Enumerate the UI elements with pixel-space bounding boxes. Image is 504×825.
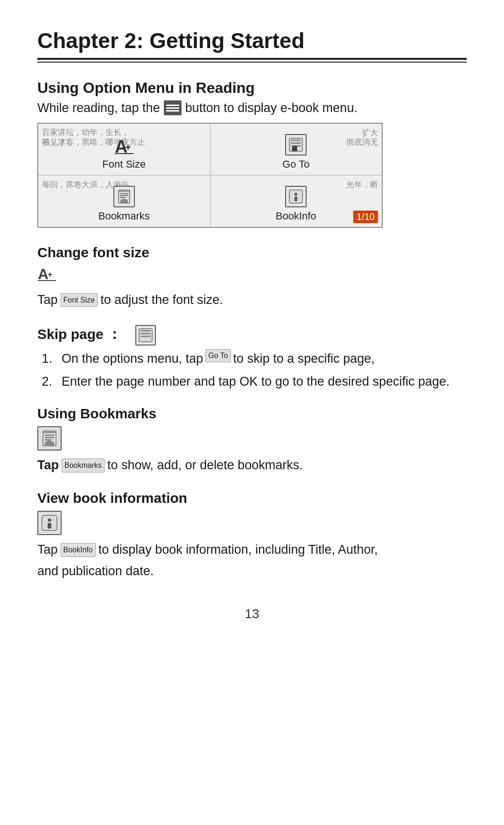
fontsize-icon-row: A + <box>37 265 467 285</box>
svg-rect-26 <box>45 435 54 436</box>
svg-rect-16 <box>294 197 297 201</box>
bookmarks-icon <box>113 186 135 207</box>
grid-row-bottom: 每回，席卷大浪，入海中， Bookmarks <box>38 176 382 227</box>
bookmarks-desc: to show, add, or delete bookmarks. <box>107 455 303 475</box>
bookinfo-text2: and publication date. <box>37 564 467 578</box>
list-num-1: 1. <box>37 349 52 368</box>
svg-point-31 <box>48 519 51 522</box>
section-option-menu: Using Option Menu in Reading While readi… <box>37 79 467 228</box>
list-content-1: On the options menu, tap Go To to skip t… <box>62 349 467 368</box>
chapter-divider-thin <box>37 62 467 63</box>
svg-rect-21 <box>140 330 151 331</box>
grid-cell-goto[interactable]: 扩大 彻底消无 ⬛ Go To <box>210 124 382 175</box>
section-bookinfo: View book information Tap BookInfo to di… <box>37 490 467 578</box>
svg-rect-25 <box>43 431 56 433</box>
tap-label-bookmarks: Tap <box>37 455 59 475</box>
bookinfo-heading: View book information <box>37 490 467 506</box>
option-menu-heading-text: Using Option Menu in Reading <box>37 79 255 97</box>
goto-inline-label: Go To <box>205 349 231 362</box>
intro-line: While reading, tap the button to display… <box>37 100 467 115</box>
section-skip-page: Skip page ： 1. On the options menu, tap … <box>37 325 467 391</box>
grid-cell-bookmarks[interactable]: 每回，席卷大浪，入海中， Bookmarks <box>38 176 210 227</box>
svg-rect-12 <box>120 197 126 198</box>
goto-label: Go To <box>282 158 309 170</box>
fontsize-inline-label: Font Size <box>61 293 98 307</box>
fontsize-icon: A + <box>114 135 134 155</box>
bookmarks-inline-label: Bookmarks <box>62 458 105 472</box>
svg-text:+: + <box>125 141 131 153</box>
svg-text:A: A <box>38 266 49 282</box>
bookmarks-icon-large <box>37 426 62 451</box>
svg-rect-9 <box>119 190 130 192</box>
grid-cell-fontsize[interactable]: 百家讲坛，幼年，生长，不见了， 独，冰客，黑暗，哪半夜方止 A + Font S… <box>38 124 210 175</box>
list1-text-after: to skip to a specific page, <box>233 349 375 368</box>
svg-rect-32 <box>48 523 51 529</box>
menu-icon[interactable] <box>164 100 182 115</box>
skip-page-icon <box>135 325 156 346</box>
fontsize-icon-large: A + <box>37 265 57 282</box>
skip-page-item-2: 2. Enter the page number and tap OK to g… <box>37 372 467 391</box>
chinese-text-bot-right: 光年，断 <box>346 179 378 190</box>
svg-point-15 <box>294 193 297 196</box>
svg-rect-4 <box>291 140 301 141</box>
list-num-2: 2. <box>37 372 52 391</box>
chapter-divider-thick <box>37 58 467 60</box>
list2-text: Enter the page number and tap OK to go t… <box>62 372 450 391</box>
grid-row-top: 百家讲坛，幼年，生长，不见了， 独，冰客，黑暗，哪半夜方止 A + Font S… <box>38 124 382 176</box>
svg-rect-5 <box>291 142 301 144</box>
intro-after-text: button to display e-book menu. <box>185 101 357 115</box>
skip-page-header: Skip page ： <box>37 325 467 346</box>
bookinfo-icon <box>285 186 307 207</box>
skip-page-heading: Skip page ： <box>37 325 121 344</box>
svg-rect-28 <box>45 439 51 441</box>
chapter-title: Chapter 2: Getting Started <box>37 28 467 53</box>
chinese-text-top2-right: 彻底消无 <box>346 137 378 148</box>
intro-before-text: While reading, tap the <box>37 101 160 115</box>
fontsize-label: Font Size <box>102 158 146 170</box>
change-font-desc: to adjust the font size. <box>100 290 223 310</box>
svg-rect-27 <box>45 437 54 438</box>
skip-page-list: 1. On the options menu, tap Go To to ski… <box>37 349 467 391</box>
bookmarks-label: Bookmarks <box>98 210 150 222</box>
svg-rect-22 <box>140 333 151 334</box>
bookinfo-inline-label: BookInfo <box>61 543 96 557</box>
skip-page-item-1: 1. On the options menu, tap Go To to ski… <box>37 349 467 368</box>
svg-rect-11 <box>120 195 128 196</box>
section-change-font: Change font size A + Tap Font Size to ad… <box>37 245 467 310</box>
tap-label-bookinfo: Tap <box>37 540 58 560</box>
page-number: 13 <box>37 606 467 621</box>
list1-text-before: On the options menu, tap <box>62 349 203 368</box>
change-font-text: Tap Font Size to adjust the font size. <box>37 290 467 310</box>
svg-text:⬛: ⬛ <box>292 146 298 152</box>
page-badge: 1/10 <box>353 211 378 223</box>
svg-rect-10 <box>120 193 128 194</box>
bookmarks-text: Tap Bookmarks to show, add, or delete bo… <box>37 455 467 475</box>
bookinfo-label: BookInfo <box>276 210 316 222</box>
list-content-2: Enter the page number and tap OK to go t… <box>62 372 467 391</box>
bookinfo-desc: to display book information, including T… <box>98 540 378 560</box>
section-bookmarks: Using Bookmarks Tap Bookmarks to show, a… <box>37 406 467 475</box>
option-menu-heading: Using Option Menu in Reading <box>37 79 467 97</box>
option-menu-grid: 百家讲坛，幼年，生长，不见了， 独，冰客，黑暗，哪半夜方止 A + Font S… <box>37 123 383 228</box>
bookinfo-text: Tap BookInfo to display book information… <box>37 540 467 560</box>
change-font-heading: Change font size <box>37 245 467 261</box>
bookinfo-icon-large <box>37 511 62 535</box>
bookmarks-heading: Using Bookmarks <box>37 406 467 422</box>
svg-text:+: + <box>48 270 53 279</box>
goto-icon: ⬛ <box>285 134 307 155</box>
svg-rect-23 <box>140 336 151 337</box>
tap-label: Tap <box>37 290 58 310</box>
grid-cell-bookinfo[interactable]: 光年，断 BookInfo 1/10 <box>210 176 382 227</box>
